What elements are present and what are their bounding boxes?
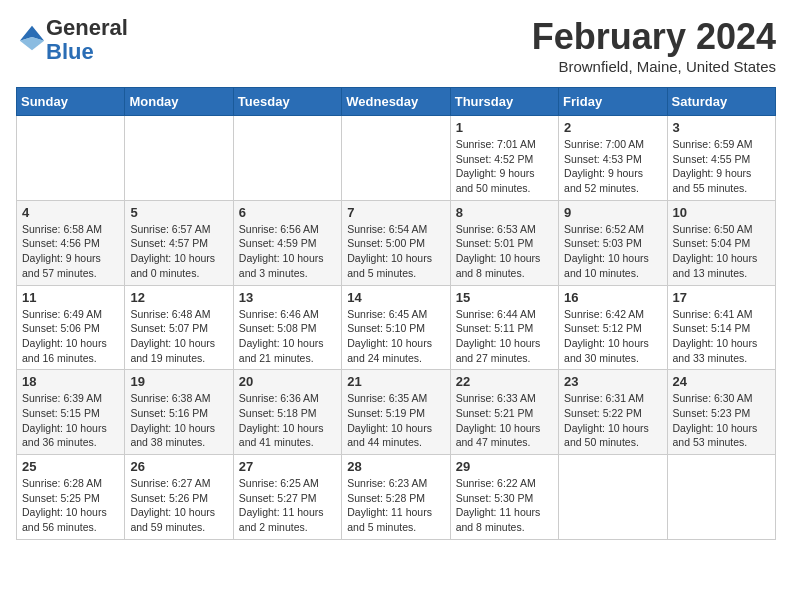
day-number: 26 (130, 459, 227, 474)
day-info: Sunrise: 6:50 AM Sunset: 5:04 PM Dayligh… (673, 222, 770, 281)
calendar-cell (667, 455, 775, 540)
day-number: 6 (239, 205, 336, 220)
day-info: Sunrise: 6:44 AM Sunset: 5:11 PM Dayligh… (456, 307, 553, 366)
calendar-cell: 9Sunrise: 6:52 AM Sunset: 5:03 PM Daylig… (559, 200, 667, 285)
day-info: Sunrise: 6:33 AM Sunset: 5:21 PM Dayligh… (456, 391, 553, 450)
calendar-week-row: 11Sunrise: 6:49 AM Sunset: 5:06 PM Dayli… (17, 285, 776, 370)
calendar-cell: 19Sunrise: 6:38 AM Sunset: 5:16 PM Dayli… (125, 370, 233, 455)
day-number: 12 (130, 290, 227, 305)
day-info: Sunrise: 6:36 AM Sunset: 5:18 PM Dayligh… (239, 391, 336, 450)
day-number: 1 (456, 120, 553, 135)
day-info: Sunrise: 6:54 AM Sunset: 5:00 PM Dayligh… (347, 222, 444, 281)
calendar-week-row: 1Sunrise: 7:01 AM Sunset: 4:52 PM Daylig… (17, 116, 776, 201)
calendar-cell: 26Sunrise: 6:27 AM Sunset: 5:26 PM Dayli… (125, 455, 233, 540)
day-info: Sunrise: 6:49 AM Sunset: 5:06 PM Dayligh… (22, 307, 119, 366)
day-number: 2 (564, 120, 661, 135)
calendar-cell: 3Sunrise: 6:59 AM Sunset: 4:55 PM Daylig… (667, 116, 775, 201)
day-number: 7 (347, 205, 444, 220)
calendar-cell: 13Sunrise: 6:46 AM Sunset: 5:08 PM Dayli… (233, 285, 341, 370)
month-title: February 2024 (532, 16, 776, 58)
day-number: 14 (347, 290, 444, 305)
day-info: Sunrise: 6:23 AM Sunset: 5:28 PM Dayligh… (347, 476, 444, 535)
day-number: 17 (673, 290, 770, 305)
day-info: Sunrise: 6:27 AM Sunset: 5:26 PM Dayligh… (130, 476, 227, 535)
day-number: 18 (22, 374, 119, 389)
calendar-cell: 18Sunrise: 6:39 AM Sunset: 5:15 PM Dayli… (17, 370, 125, 455)
day-number: 24 (673, 374, 770, 389)
day-info: Sunrise: 6:57 AM Sunset: 4:57 PM Dayligh… (130, 222, 227, 281)
calendar-cell (342, 116, 450, 201)
day-info: Sunrise: 6:39 AM Sunset: 5:15 PM Dayligh… (22, 391, 119, 450)
day-number: 4 (22, 205, 119, 220)
day-number: 8 (456, 205, 553, 220)
calendar-cell (233, 116, 341, 201)
calendar-cell (559, 455, 667, 540)
day-number: 21 (347, 374, 444, 389)
calendar-cell: 6Sunrise: 6:56 AM Sunset: 4:59 PM Daylig… (233, 200, 341, 285)
day-number: 5 (130, 205, 227, 220)
day-of-week-header: Wednesday (342, 88, 450, 116)
day-info: Sunrise: 6:46 AM Sunset: 5:08 PM Dayligh… (239, 307, 336, 366)
calendar-cell: 23Sunrise: 6:31 AM Sunset: 5:22 PM Dayli… (559, 370, 667, 455)
day-number: 15 (456, 290, 553, 305)
day-number: 22 (456, 374, 553, 389)
day-info: Sunrise: 6:52 AM Sunset: 5:03 PM Dayligh… (564, 222, 661, 281)
day-info: Sunrise: 6:41 AM Sunset: 5:14 PM Dayligh… (673, 307, 770, 366)
calendar-cell: 28Sunrise: 6:23 AM Sunset: 5:28 PM Dayli… (342, 455, 450, 540)
day-info: Sunrise: 7:01 AM Sunset: 4:52 PM Dayligh… (456, 137, 553, 196)
calendar-cell: 8Sunrise: 6:53 AM Sunset: 5:01 PM Daylig… (450, 200, 558, 285)
logo: General Blue (16, 16, 128, 64)
calendar-cell: 16Sunrise: 6:42 AM Sunset: 5:12 PM Dayli… (559, 285, 667, 370)
day-number: 9 (564, 205, 661, 220)
day-number: 19 (130, 374, 227, 389)
day-info: Sunrise: 6:56 AM Sunset: 4:59 PM Dayligh… (239, 222, 336, 281)
day-info: Sunrise: 6:35 AM Sunset: 5:19 PM Dayligh… (347, 391, 444, 450)
calendar-cell: 5Sunrise: 6:57 AM Sunset: 4:57 PM Daylig… (125, 200, 233, 285)
day-of-week-header: Saturday (667, 88, 775, 116)
title-block: February 2024 Brownfield, Maine, United … (532, 16, 776, 75)
day-of-week-header: Monday (125, 88, 233, 116)
day-info: Sunrise: 6:28 AM Sunset: 5:25 PM Dayligh… (22, 476, 119, 535)
day-number: 16 (564, 290, 661, 305)
day-info: Sunrise: 6:48 AM Sunset: 5:07 PM Dayligh… (130, 307, 227, 366)
day-number: 28 (347, 459, 444, 474)
calendar-cell: 12Sunrise: 6:48 AM Sunset: 5:07 PM Dayli… (125, 285, 233, 370)
calendar-cell: 4Sunrise: 6:58 AM Sunset: 4:56 PM Daylig… (17, 200, 125, 285)
day-info: Sunrise: 6:30 AM Sunset: 5:23 PM Dayligh… (673, 391, 770, 450)
calendar-cell: 10Sunrise: 6:50 AM Sunset: 5:04 PM Dayli… (667, 200, 775, 285)
day-info: Sunrise: 6:31 AM Sunset: 5:22 PM Dayligh… (564, 391, 661, 450)
day-info: Sunrise: 6:22 AM Sunset: 5:30 PM Dayligh… (456, 476, 553, 535)
day-of-week-header: Sunday (17, 88, 125, 116)
calendar-cell (17, 116, 125, 201)
day-number: 13 (239, 290, 336, 305)
calendar-header-row: SundayMondayTuesdayWednesdayThursdayFrid… (17, 88, 776, 116)
calendar-cell: 27Sunrise: 6:25 AM Sunset: 5:27 PM Dayli… (233, 455, 341, 540)
day-info: Sunrise: 6:53 AM Sunset: 5:01 PM Dayligh… (456, 222, 553, 281)
day-info: Sunrise: 6:42 AM Sunset: 5:12 PM Dayligh… (564, 307, 661, 366)
calendar-cell: 21Sunrise: 6:35 AM Sunset: 5:19 PM Dayli… (342, 370, 450, 455)
page-header: General Blue February 2024 Brownfield, M… (16, 16, 776, 75)
location: Brownfield, Maine, United States (532, 58, 776, 75)
calendar-cell: 24Sunrise: 6:30 AM Sunset: 5:23 PM Dayli… (667, 370, 775, 455)
day-number: 25 (22, 459, 119, 474)
day-number: 23 (564, 374, 661, 389)
day-info: Sunrise: 6:45 AM Sunset: 5:10 PM Dayligh… (347, 307, 444, 366)
calendar-cell: 25Sunrise: 6:28 AM Sunset: 5:25 PM Dayli… (17, 455, 125, 540)
calendar-week-row: 25Sunrise: 6:28 AM Sunset: 5:25 PM Dayli… (17, 455, 776, 540)
day-number: 3 (673, 120, 770, 135)
calendar-table: SundayMondayTuesdayWednesdayThursdayFrid… (16, 87, 776, 540)
day-info: Sunrise: 6:38 AM Sunset: 5:16 PM Dayligh… (130, 391, 227, 450)
logo-icon (18, 24, 46, 52)
logo-general-text: General (46, 15, 128, 40)
calendar-cell: 14Sunrise: 6:45 AM Sunset: 5:10 PM Dayli… (342, 285, 450, 370)
logo-blue-text: Blue (46, 39, 94, 64)
calendar-week-row: 4Sunrise: 6:58 AM Sunset: 4:56 PM Daylig… (17, 200, 776, 285)
calendar-week-row: 18Sunrise: 6:39 AM Sunset: 5:15 PM Dayli… (17, 370, 776, 455)
calendar-cell: 22Sunrise: 6:33 AM Sunset: 5:21 PM Dayli… (450, 370, 558, 455)
day-number: 27 (239, 459, 336, 474)
calendar-cell: 1Sunrise: 7:01 AM Sunset: 4:52 PM Daylig… (450, 116, 558, 201)
calendar-cell (125, 116, 233, 201)
day-of-week-header: Friday (559, 88, 667, 116)
calendar-cell: 7Sunrise: 6:54 AM Sunset: 5:00 PM Daylig… (342, 200, 450, 285)
day-info: Sunrise: 6:25 AM Sunset: 5:27 PM Dayligh… (239, 476, 336, 535)
